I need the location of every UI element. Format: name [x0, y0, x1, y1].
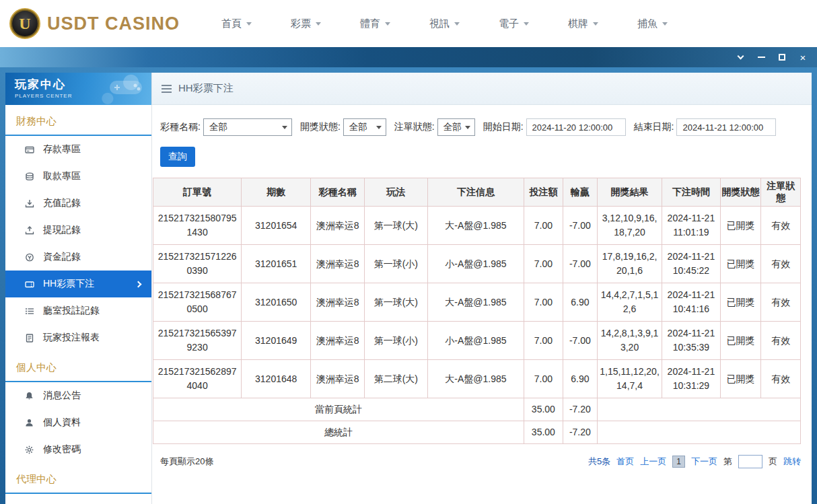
table-cell: -7.00 — [563, 322, 597, 360]
draw-status-select[interactable]: 全部 — [343, 118, 386, 136]
total-summary-bet-total: 35.00 — [524, 421, 563, 444]
lottery-select[interactable]: 全部 — [203, 118, 292, 136]
sidebar-item-room-bet-records[interactable]: 廳室投註記錄 — [5, 297, 151, 324]
chevron-down-icon — [316, 22, 321, 26]
sidebar: 玩家中心 PLAYERS CENTER 財務中心 存款專區 取款專區 — [5, 73, 152, 504]
end-date-input[interactable] — [676, 118, 776, 136]
next-page-link[interactable]: 下一页 — [691, 456, 717, 468]
bets-table: 訂單號 期數 彩種名稱 玩法 下注信息 投注額 輸贏 開獎結果 下注時間 開獎狀… — [153, 178, 801, 444]
col-draw-result: 開獎結果 — [598, 178, 662, 207]
table-row: 2152173215628974040 31201648 澳洲幸运8 第二球(大… — [153, 360, 801, 398]
gear-icon — [24, 445, 34, 454]
table-cell: 已開獎 — [720, 360, 761, 398]
nav-item-fishing[interactable]: 捕魚 — [637, 17, 668, 30]
main-content: HH彩票下注 彩種名稱: 全部 開獎狀態: 全部 注單狀態: 全部 — [152, 73, 812, 504]
order-status-label: 注單狀態: — [394, 121, 435, 133]
nav-label: 捕魚 — [637, 17, 658, 30]
nav-label: 體育 — [360, 17, 380, 30]
table-cell: 2152173215653979230 — [153, 322, 242, 360]
sidebar-item-announcements[interactable]: 消息公告 — [5, 382, 151, 409]
table-row: 2152173215712260390 31201651 澳洲幸运8 第一球(小… — [153, 245, 801, 283]
pagination-controls: 共5条 首页 上一页 1 下一页 第 页 跳转 — [588, 455, 801, 468]
app-window: × 玩家中心 PLAYERS CENTER 財務中心 存 — [0, 47, 817, 504]
table-cell: 17,8,19,16,2,20,1,6 — [598, 245, 662, 283]
table-cell: 大-A盤@1.985 — [427, 207, 524, 245]
prev-page-link[interactable]: 上一页 — [640, 456, 666, 468]
total-summary-label: 總統計 — [153, 421, 524, 444]
section-finance-center[interactable]: 財務中心 — [5, 105, 151, 136]
sidebar-title: 玩家中心 — [15, 79, 72, 92]
sidebar-item-recharge-records[interactable]: 充值記錄 — [5, 190, 151, 217]
table-cell: 大-A盤@1.985 — [427, 283, 524, 322]
col-win-loss: 輸贏 — [563, 178, 597, 207]
chevron-down-icon — [282, 126, 287, 129]
table-cell: 第一球(小) — [364, 245, 427, 283]
bell-icon — [24, 392, 34, 400]
sidebar-item-hh-lottery-bets[interactable]: HH彩票下注 — [5, 271, 151, 297]
col-play-type: 玩法 — [364, 178, 427, 207]
query-button[interactable]: 查詢 — [160, 147, 195, 167]
close-icon[interactable]: × — [795, 50, 810, 64]
sidebar-item-label: 消息公告 — [43, 390, 81, 402]
table-cell: 有效 — [761, 245, 801, 283]
chevron-down-icon — [593, 22, 598, 26]
chevron-down-icon — [454, 22, 460, 26]
section-agent-center[interactable]: 代理中心 — [5, 463, 151, 494]
table-cell: 第一球(小) — [364, 322, 427, 360]
sidebar-item-profile[interactable]: 個人資料 — [5, 409, 151, 436]
menu-icon[interactable] — [162, 85, 172, 93]
table-cell: 2024-11-21 10:45:22 — [662, 245, 721, 283]
sidebar-header-text: 玩家中心 PLAYERS CENTER — [15, 79, 72, 99]
page-jump-input[interactable] — [738, 455, 762, 468]
maximize-icon[interactable] — [775, 50, 789, 64]
sidebar-item-funds-records[interactable]: 資金記錄 — [5, 244, 151, 271]
section-personal-center[interactable]: 個人中心 — [5, 351, 151, 382]
table-cell: 2152173215628974040 — [153, 360, 242, 398]
coins-icon — [24, 172, 34, 181]
start-date-input[interactable] — [526, 118, 626, 136]
select-value: 全部 — [349, 121, 367, 133]
logo-letter: U — [19, 15, 30, 33]
nav-item-lottery[interactable]: 彩票 — [291, 17, 321, 30]
window-titlebar: × — [0, 47, 817, 67]
sidebar-item-cashout-records[interactable]: 提現記錄 — [5, 217, 151, 244]
logo[interactable]: U USDT CASINO — [9, 8, 180, 39]
nav-item-slots[interactable]: 電子 — [499, 17, 529, 30]
table-cell: 7.00 — [524, 207, 563, 245]
table-cell: 已開獎 — [720, 207, 761, 245]
nav-item-card-games[interactable]: 棋牌 — [568, 17, 598, 30]
nav-item-live-video[interactable]: 視訊 — [429, 17, 460, 30]
minimize-icon[interactable] — [754, 50, 769, 64]
sidebar-item-label: 資金記錄 — [43, 251, 81, 263]
nav-item-home[interactable]: 首頁 — [221, 17, 252, 30]
end-date-label: 結束日期: — [634, 121, 674, 133]
start-date-label: 開始日期: — [483, 121, 524, 133]
col-bet-amount: 投注額 — [524, 178, 563, 207]
first-page-link[interactable]: 首页 — [616, 456, 634, 468]
table-cell: 31201651 — [242, 245, 311, 283]
table-cell: 有效 — [761, 360, 801, 398]
sidebar-item-label: 個人資料 — [43, 417, 81, 429]
sidebar-item-withdraw-zone[interactable]: 取款專區 — [5, 163, 151, 190]
table-cell: 2152173215687670500 — [153, 283, 242, 322]
bets-table-container: 訂單號 期數 彩種名稱 玩法 下注信息 投注額 輸贏 開獎結果 下注時間 開獎狀… — [153, 178, 801, 444]
sidebar-item-deposit-zone[interactable]: 存款專區 — [5, 136, 151, 163]
sidebar-item-change-password[interactable]: 修改密碼 — [5, 436, 151, 463]
sidebar-item-label: 充值記錄 — [43, 197, 81, 209]
table-cell: 已開獎 — [720, 283, 761, 322]
table-cell: 31201649 — [242, 322, 311, 360]
col-draw-status: 開獎狀態 — [720, 178, 761, 207]
sidebar-subtitle: PLAYERS CENTER — [15, 93, 72, 99]
jump-button[interactable]: 跳转 — [783, 456, 801, 468]
table-cell: 有效 — [761, 322, 801, 360]
order-status-select[interactable]: 全部 — [437, 118, 475, 136]
current-page[interactable]: 1 — [672, 456, 685, 468]
sidebar-item-player-bet-report[interactable]: 玩家投注報表 — [5, 324, 151, 351]
nav-item-sports[interactable]: 體育 — [360, 17, 390, 30]
table-cell: 31201648 — [242, 360, 311, 398]
table-cell: 6.90 — [563, 360, 597, 398]
table-cell: 澳洲幸运8 — [311, 322, 365, 360]
table-header-row: 訂單號 期數 彩種名稱 玩法 下注信息 投注額 輸贏 開獎結果 下注時間 開獎狀… — [153, 178, 801, 207]
chevron-down-icon — [465, 126, 470, 129]
collapse-icon[interactable] — [733, 50, 748, 64]
